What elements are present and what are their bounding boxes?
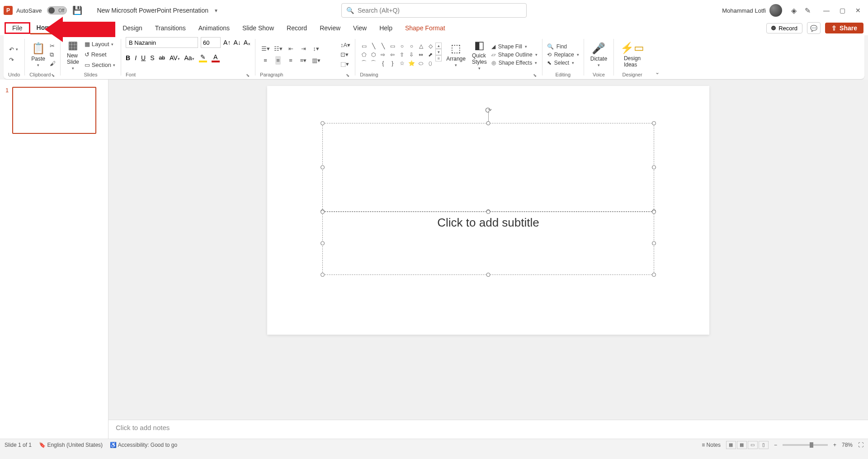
notes-toggle[interactable]: ≡ Notes xyxy=(702,442,721,448)
resize-handle[interactable] xyxy=(652,241,656,246)
italic-button[interactable]: I xyxy=(135,54,137,62)
resize-handle[interactable] xyxy=(321,166,325,170)
drawing-launcher[interactable]: ⬊ xyxy=(533,73,538,78)
slide-canvas-area[interactable]: ⟳ Click to add subtitle xyxy=(108,80,868,420)
tab-animations[interactable]: Animations xyxy=(192,23,236,33)
shapes-down-button[interactable]: ▾ xyxy=(435,49,442,55)
convert-smartart-button[interactable]: ⬚▾ xyxy=(340,61,350,67)
search-box[interactable]: 🔍 xyxy=(341,3,527,18)
resize-handle[interactable] xyxy=(486,210,491,214)
comments-button[interactable]: 💬 xyxy=(807,22,821,34)
strike-button[interactable]: ab xyxy=(159,55,165,61)
tab-transitions[interactable]: Transitions xyxy=(149,23,192,33)
brush-icon[interactable]: ✎ xyxy=(805,6,811,15)
numbering-button[interactable]: ☷▾ xyxy=(274,45,283,52)
fit-window-button[interactable]: ⛶ xyxy=(858,442,863,448)
find-button[interactable]: 🔍Find xyxy=(547,43,579,50)
resize-handle[interactable] xyxy=(321,241,325,246)
shape-effects-button[interactable]: ◎Shape Effects▾ xyxy=(491,60,538,66)
font-name-select[interactable] xyxy=(126,37,198,48)
line-spacing-button[interactable]: ↕▾ xyxy=(313,45,319,52)
close-icon[interactable]: ✕ xyxy=(855,7,861,14)
layout-button[interactable]: ▦ Layout ▾ xyxy=(84,40,116,48)
columns-button[interactable]: ▥▾ xyxy=(312,57,321,64)
subtitle-placeholder[interactable]: Click to add subtitle xyxy=(322,212,654,275)
resize-handle[interactable] xyxy=(652,166,656,170)
quick-styles-button[interactable]: ◧ Quick Styles▾ xyxy=(470,38,489,71)
align-right-button[interactable]: ≡ xyxy=(289,57,292,64)
decrease-indent-button[interactable]: ⇤ xyxy=(288,45,293,52)
section-button[interactable]: ▭ Section ▾ xyxy=(84,61,116,69)
redo-button[interactable]: ↷ xyxy=(8,56,19,64)
resize-handle[interactable] xyxy=(486,273,491,277)
select-button[interactable]: ⬉Select▾ xyxy=(547,60,579,66)
paste-button[interactable]: 📋 Paste ▾ xyxy=(29,41,47,68)
zoom-in-button[interactable]: + xyxy=(833,442,836,448)
clear-format-button[interactable]: Aₓ xyxy=(244,39,250,46)
resize-handle[interactable] xyxy=(321,273,325,277)
new-slide-button[interactable]: ▦ New Slide ▾ xyxy=(65,38,81,71)
tab-design[interactable]: Design xyxy=(116,23,149,33)
autosave-toggle[interactable]: Off xyxy=(47,6,67,14)
resize-handle[interactable] xyxy=(652,210,656,214)
tab-review[interactable]: Review xyxy=(313,23,347,33)
title-dropdown-icon[interactable]: ▼ xyxy=(214,8,218,13)
tab-slideshow[interactable]: Slide Show xyxy=(236,23,280,33)
shapes-up-button[interactable]: ▴ xyxy=(435,43,442,49)
tab-shape-format[interactable]: Shape Format xyxy=(399,23,452,33)
change-case-button[interactable]: Aa▾ xyxy=(184,54,194,62)
title-placeholder[interactable]: ⟳ xyxy=(322,123,654,212)
resize-handle[interactable] xyxy=(486,121,491,125)
underline-button[interactable]: U xyxy=(141,54,146,62)
user-name[interactable]: Mohammad Lotfi xyxy=(722,7,766,14)
arrange-button[interactable]: ⬚ Arrange▾ xyxy=(444,41,467,68)
resize-handle[interactable] xyxy=(652,273,656,277)
zoom-slider[interactable] xyxy=(783,444,828,446)
sorter-view-button[interactable]: ▦ xyxy=(737,441,747,449)
document-title[interactable]: New Microsoft PowerPoint Presentation xyxy=(97,7,208,14)
record-button[interactable]: Record xyxy=(766,23,802,33)
resize-handle[interactable] xyxy=(321,121,325,125)
increase-font-button[interactable]: A↑ xyxy=(223,39,231,46)
tab-view[interactable]: View xyxy=(347,23,373,33)
clipboard-launcher[interactable]: ⬊ xyxy=(51,73,56,78)
align-center-button[interactable]: ≡ xyxy=(275,56,281,65)
accessibility-status[interactable]: ♿ Accessibility: Good to go xyxy=(110,442,177,448)
search-input[interactable] xyxy=(358,7,522,14)
dictate-button[interactable]: 🎤 Dictate▾ xyxy=(589,41,609,68)
highlight-button[interactable]: ✎ xyxy=(199,53,207,62)
minimize-icon[interactable]: — xyxy=(823,7,830,14)
normal-view-button[interactable]: ▦ xyxy=(726,441,736,449)
font-color-button[interactable]: A xyxy=(212,53,220,62)
align-left-button[interactable]: ≡ xyxy=(264,57,267,64)
shapes-more-button[interactable]: ≡ xyxy=(435,55,442,62)
design-ideas-button[interactable]: ⚡▭ Design Ideas xyxy=(618,41,646,69)
tab-record[interactable]: Record xyxy=(280,23,313,33)
copy-button[interactable]: ⧉ xyxy=(50,51,56,58)
shape-outline-button[interactable]: ▱Shape Outline▾ xyxy=(491,52,538,58)
shadow-button[interactable]: S xyxy=(150,54,154,62)
tab-help[interactable]: Help xyxy=(373,23,399,33)
text-direction-button[interactable]: ↕A▾ xyxy=(340,42,350,48)
avatar[interactable] xyxy=(769,4,782,17)
resize-handle[interactable] xyxy=(652,121,656,125)
shapes-gallery[interactable]: ▭╲╲▭○○△◇ ⬠⬡⇨⇦⇧⇩⇔⬈ ⌒⌒{}☆⭐⬭⬯ xyxy=(360,43,434,67)
char-spacing-button[interactable]: AV▾ xyxy=(170,54,180,62)
paragraph-launcher[interactable]: ⬊ xyxy=(346,73,350,78)
slide-thumbnail-1[interactable] xyxy=(12,87,96,134)
bold-button[interactable]: B xyxy=(126,54,130,62)
zoom-out-button[interactable]: − xyxy=(774,442,777,448)
diamond-icon[interactable]: ◈ xyxy=(791,6,797,15)
tab-file[interactable]: File xyxy=(5,22,30,34)
align-text-button[interactable]: ⊡▾ xyxy=(340,51,350,58)
subtitle-text[interactable]: Click to add subtitle xyxy=(323,212,654,230)
replace-button[interactable]: ⟲Replace▾ xyxy=(547,52,579,58)
resize-handle[interactable] xyxy=(321,210,325,214)
maximize-icon[interactable]: ▢ xyxy=(840,7,845,14)
cut-button[interactable]: ✂ xyxy=(50,43,56,49)
language-status[interactable]: 🔖 English (United States) xyxy=(39,442,103,448)
slide[interactable]: ⟳ Click to add subtitle xyxy=(267,86,709,335)
share-button[interactable]: ⇧ Share xyxy=(825,23,863,33)
reset-button[interactable]: ↺ Reset xyxy=(84,50,116,59)
increase-indent-button[interactable]: ⇥ xyxy=(301,45,306,52)
